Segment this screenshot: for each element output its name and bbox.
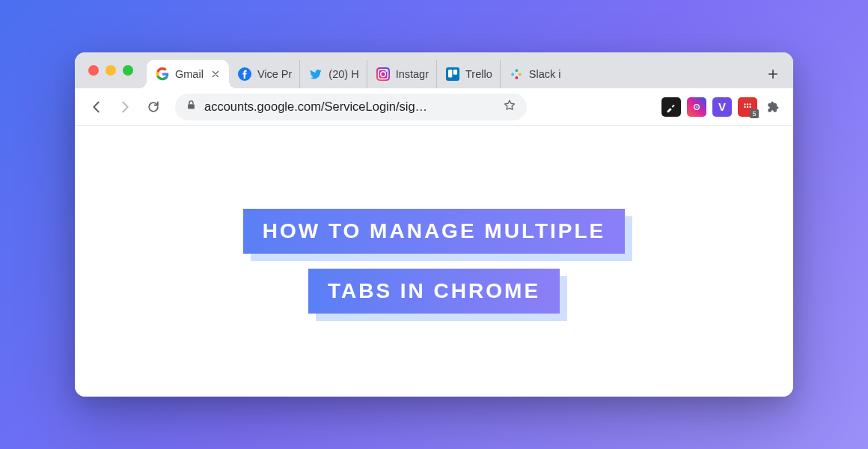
svg-rect-10 bbox=[519, 73, 522, 76]
camera-ext-icon[interactable] bbox=[687, 97, 706, 117]
toolbar: accounts.google.com/ServiceLogin/sig… V … bbox=[75, 88, 793, 126]
tab-label: Slack i bbox=[529, 68, 561, 80]
tab-strip: Gmail Vice Pr (20) H bbox=[75, 52, 793, 88]
bookmark-star-icon[interactable] bbox=[503, 99, 516, 115]
close-window-button[interactable] bbox=[88, 65, 99, 76]
tab-trello[interactable]: Trello bbox=[437, 60, 501, 88]
svg-rect-12 bbox=[188, 104, 195, 109]
tab-label: (20) H bbox=[328, 68, 358, 80]
svg-point-17 bbox=[749, 103, 751, 105]
page-content: HOW TO MANAGE MULTIPLE TABS IN CHROME bbox=[75, 126, 793, 397]
twitter-icon bbox=[309, 67, 323, 81]
grid-ext-icon[interactable]: 5 bbox=[738, 97, 757, 117]
svg-point-18 bbox=[744, 106, 745, 107]
lock-icon bbox=[186, 100, 197, 114]
google-icon bbox=[156, 67, 169, 81]
svg-point-14 bbox=[696, 106, 698, 108]
reload-button[interactable] bbox=[142, 96, 165, 118]
tab-facebook[interactable]: Vice Pr bbox=[229, 60, 300, 88]
trello-icon bbox=[446, 67, 459, 81]
extensions: V 5 bbox=[661, 97, 783, 117]
new-tab-button[interactable] bbox=[762, 63, 784, 85]
maximize-window-button[interactable] bbox=[123, 65, 133, 76]
svg-rect-9 bbox=[515, 69, 518, 72]
tab-twitter[interactable]: (20) H bbox=[300, 60, 367, 88]
address-bar[interactable]: accounts.google.com/ServiceLogin/sig… bbox=[175, 94, 527, 120]
tab-instagram[interactable]: Instagr bbox=[367, 60, 437, 88]
svg-rect-7 bbox=[453, 70, 457, 75]
tab-gmail[interactable]: Gmail bbox=[147, 60, 229, 88]
tab-label: Instagr bbox=[396, 68, 429, 80]
tab-label: Trello bbox=[465, 68, 492, 80]
browser-window: Gmail Vice Pr (20) H bbox=[75, 52, 793, 397]
url-text: accounts.google.com/ServiceLogin/sig… bbox=[204, 100, 495, 114]
headline: HOW TO MANAGE MULTIPLE TABS IN CHROME bbox=[243, 201, 626, 321]
tab-label: Gmail bbox=[175, 68, 204, 80]
ext-badge: 5 bbox=[750, 109, 759, 118]
tab-slack[interactable]: Slack i bbox=[501, 60, 569, 88]
svg-point-15 bbox=[744, 103, 745, 105]
svg-rect-11 bbox=[515, 76, 518, 79]
svg-point-3 bbox=[385, 70, 387, 72]
tabs: Gmail Vice Pr (20) H bbox=[147, 52, 757, 88]
slack-icon bbox=[510, 67, 523, 81]
instagram-icon bbox=[376, 67, 390, 81]
window-controls bbox=[88, 52, 133, 88]
headline-line-1: HOW TO MANAGE MULTIPLE bbox=[243, 209, 626, 254]
extensions-menu-icon[interactable] bbox=[763, 97, 783, 117]
v-ext-icon[interactable]: V bbox=[712, 97, 732, 117]
svg-rect-8 bbox=[511, 73, 514, 76]
facebook-icon bbox=[238, 67, 251, 81]
svg-rect-6 bbox=[448, 70, 452, 78]
svg-point-19 bbox=[747, 106, 748, 107]
svg-point-16 bbox=[747, 103, 748, 105]
tab-label: Vice Pr bbox=[257, 68, 292, 80]
minimize-window-button[interactable] bbox=[106, 65, 116, 76]
back-button[interactable] bbox=[85, 96, 108, 118]
headline-line-2: TABS IN CHROME bbox=[308, 269, 560, 314]
forward-button[interactable] bbox=[114, 96, 136, 118]
eyedropper-ext-icon[interactable] bbox=[661, 97, 681, 117]
svg-point-20 bbox=[749, 106, 751, 107]
svg-rect-5 bbox=[446, 67, 459, 81]
close-tab-icon[interactable] bbox=[210, 68, 221, 80]
